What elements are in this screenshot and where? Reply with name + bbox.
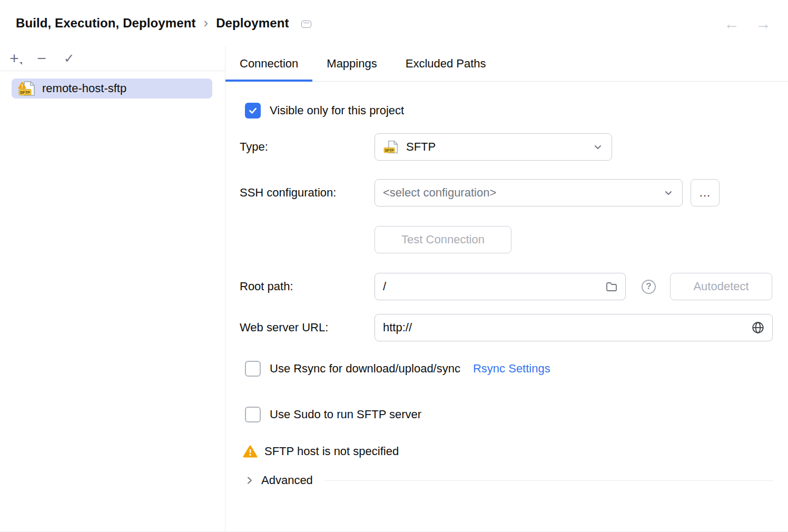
rsync-settings-link[interactable]: Rsync Settings [473, 362, 550, 376]
remove-server-button[interactable]: − [32, 48, 52, 68]
settings-window: Build, Execution, Deployment › Deploymen… [0, 0, 788, 532]
body: + − ✓ SFTP remote-host-sftp [0, 46, 788, 531]
use-sudo-checkbox[interactable] [245, 407, 261, 422]
test-connection-button[interactable]: Test Connection [375, 226, 511, 253]
copy-settings-path-icon[interactable] [301, 21, 311, 28]
tab-bar: Connection Mappings Excluded Paths [225, 46, 788, 82]
type-row: Type: SFTP SFTP [240, 133, 773, 161]
ssh-config-select[interactable]: <select configuration> [375, 179, 683, 206]
add-server-button[interactable]: + [4, 48, 24, 68]
tab-connection-label: Connection [240, 57, 298, 71]
tab-mappings-label: Mappings [327, 57, 377, 71]
history-nav: ← → [724, 15, 771, 32]
breadcrumb-item-deployment: Deployment [216, 16, 289, 31]
svg-text:SFTP: SFTP [20, 90, 30, 95]
use-sudo-label: Use Sudo to run SFTP server [270, 408, 421, 421]
advanced-label: Advanced [261, 474, 313, 487]
deployment-settings: Connection Mappings Excluded Paths [225, 46, 788, 531]
back-icon[interactable]: ← [724, 16, 740, 32]
use-as-default-button[interactable]: ✓ [59, 48, 79, 68]
chevron-down-icon [592, 141, 604, 153]
server-list-panel: + − ✓ SFTP remote-host-sftp [0, 46, 225, 531]
ssh-config-row: SSH configuration: <select configuration… [240, 179, 773, 206]
sftp-type-icon: SFTP [383, 140, 400, 154]
forward-icon[interactable]: → [755, 16, 771, 32]
breadcrumb: Build, Execution, Deployment › Deploymen… [16, 16, 311, 31]
tab-excluded-paths[interactable]: Excluded Paths [391, 46, 500, 81]
type-select[interactable]: SFTP SFTP [375, 133, 612, 161]
ssh-config-label: SSH configuration: [240, 186, 375, 200]
root-path-label: Root path: [240, 280, 375, 293]
section-divider [324, 480, 773, 481]
advanced-section-toggle[interactable]: Advanced [244, 474, 773, 487]
server-list-toolbar: + − ✓ [0, 46, 225, 71]
warning-icon [243, 445, 258, 458]
sftp-server-warning-icon: SFTP [18, 80, 37, 97]
server-list-item-remote-host-sftp[interactable]: SFTP remote-host-sftp [12, 78, 212, 98]
tab-excluded-paths-label: Excluded Paths [406, 57, 486, 71]
root-path-field [375, 273, 626, 300]
sudo-row: Use Sudo to run SFTP server [245, 407, 773, 422]
globe-icon [751, 321, 765, 334]
visible-only-checkbox[interactable] [245, 103, 261, 119]
web-server-url-row: Web server URL: [240, 314, 773, 341]
chevron-right-icon [244, 475, 255, 486]
check-icon [248, 106, 258, 115]
test-connection-row: Test Connection [240, 226, 773, 253]
autodetect-button[interactable]: Autodetect [670, 273, 772, 300]
type-label: Type: [240, 140, 375, 154]
web-server-url-field [375, 314, 773, 341]
folder-icon[interactable] [605, 280, 618, 293]
header: Build, Execution, Deployment › Deploymen… [0, 0, 788, 46]
browse-ssh-configurations-button[interactable]: ... [691, 179, 720, 206]
server-list: SFTP remote-host-sftp [0, 71, 225, 98]
rsync-row: Use Rsync for download/upload/sync Rsync… [245, 361, 773, 377]
server-name: remote-host-sftp [42, 82, 126, 95]
warning-text: SFTP host is not specified [264, 445, 399, 458]
use-rsync-checkbox[interactable] [245, 361, 261, 377]
ssh-config-value: <select configuration> [383, 186, 496, 200]
use-rsync-label: Use Rsync for download/upload/sync [270, 362, 460, 376]
visible-only-row: Visible only for this project [245, 103, 773, 119]
breadcrumb-item-build-execution-deployment[interactable]: Build, Execution, Deployment [16, 16, 196, 31]
tab-mappings[interactable]: Mappings [312, 46, 391, 81]
root-path-row: Root path: ? Autodetect [240, 273, 773, 300]
svg-text:SFTP: SFTP [385, 149, 395, 152]
warning-row: SFTP host is not specified [243, 445, 773, 458]
web-server-url-input[interactable] [383, 321, 751, 334]
type-value: SFTP [406, 140, 436, 154]
chevron-down-icon [662, 186, 675, 199]
help-icon[interactable]: ? [642, 280, 656, 294]
connection-form: Visible only for this project Type: SFTP… [225, 82, 788, 531]
web-server-url-label: Web server URL: [240, 321, 375, 334]
root-path-input[interactable] [383, 280, 605, 293]
breadcrumb-chevron-icon: › [204, 16, 209, 31]
visible-only-label: Visible only for this project [270, 104, 404, 117]
tab-connection[interactable]: Connection [225, 46, 312, 81]
